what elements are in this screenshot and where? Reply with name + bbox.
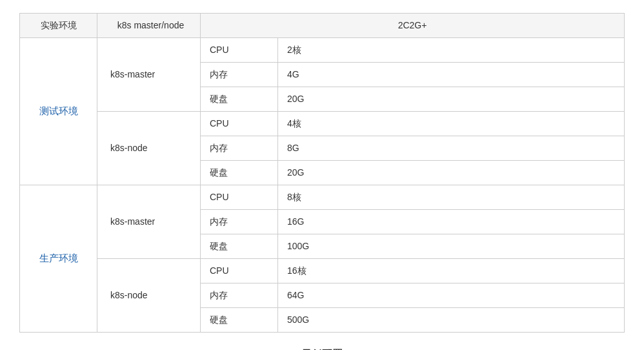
node-label: k8s-node [97, 112, 201, 185]
spec-type: CPU [201, 112, 278, 136]
spec-value: 20G [278, 161, 625, 185]
table-row: 测试环境k8s-masterCPU2核 [20, 38, 625, 63]
spec-type: CPU [201, 38, 278, 63]
header-col-spec-value: 2C2G+ [201, 14, 625, 38]
spec-value: 64G [278, 283, 625, 308]
spec-value: 16核 [278, 259, 625, 283]
spec-value: 16G [278, 210, 625, 234]
spec-value: 4核 [278, 112, 625, 136]
table-row: k8s-nodeCPU4核 [20, 112, 625, 136]
spec-type: 内存 [201, 210, 278, 234]
env-label: 生产环境 [20, 185, 97, 333]
spec-type: CPU [201, 185, 278, 210]
spec-type: 硬盘 [201, 308, 278, 333]
table-header-row: 实验环境 k8s master/node 2C2G+ [20, 14, 625, 38]
spec-type: 内存 [201, 136, 278, 161]
spec-value: 100G [278, 234, 625, 259]
header-col-node: k8s master/node [97, 14, 201, 38]
spec-value: 20G [278, 87, 625, 112]
table-row: k8s-nodeCPU16核 [20, 259, 625, 283]
spec-type: 硬盘 [201, 87, 278, 112]
spec-type: 内存 [201, 283, 278, 308]
spec-type: 硬盘 [201, 161, 278, 185]
node-label: k8s-master [97, 38, 201, 112]
spec-value: 8G [278, 136, 625, 161]
table-wrapper: 实验环境 k8s master/node 2C2G+ 测试环境k8s-maste… [19, 13, 625, 333]
spec-value: 4G [278, 63, 625, 87]
spec-value: 8核 [278, 185, 625, 210]
spec-type: 内存 [201, 63, 278, 87]
spec-value: 500G [278, 308, 625, 333]
spec-type: 硬盘 [201, 234, 278, 259]
table-row: 生产环境k8s-masterCPU8核 [20, 185, 625, 210]
page-container: 实验环境 k8s master/node 2C2G+ 测试环境k8s-maste… [19, 13, 625, 350]
spec-type: CPU [201, 259, 278, 283]
node-label: k8s-node [97, 259, 201, 333]
node-label: k8s-master [97, 185, 201, 259]
spec-table: 实验环境 k8s master/node 2C2G+ 测试环境k8s-maste… [19, 13, 625, 333]
header-col-env: 实验环境 [20, 14, 97, 38]
spec-value: 2核 [278, 38, 625, 63]
env-label: 测试环境 [20, 38, 97, 185]
